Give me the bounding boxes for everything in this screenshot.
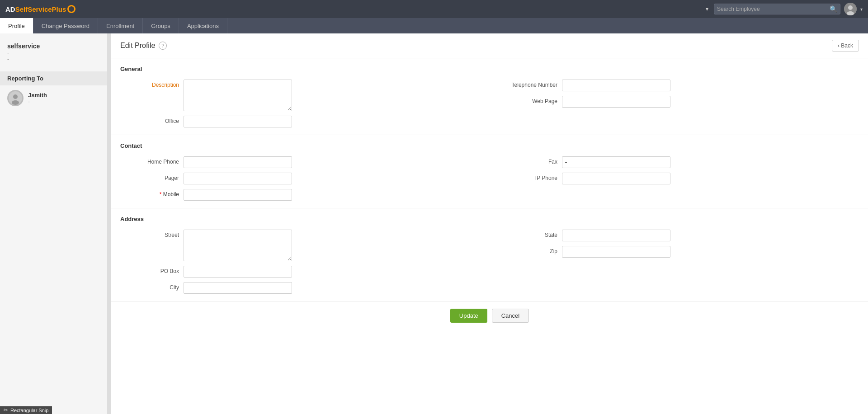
row-description: Description	[120, 80, 481, 111]
street-label: Street	[120, 230, 179, 238]
update-button[interactable]: Update	[450, 309, 487, 323]
right-col-general: Telephone Number Web Page	[499, 80, 859, 127]
mobile-input[interactable]	[184, 189, 292, 201]
row-mobile: * Mobile	[120, 189, 481, 201]
row-po-box: PO Box	[120, 266, 481, 278]
logo-text-ad: AD	[5, 5, 15, 13]
right-col-contact: Fax IP Phone	[499, 156, 859, 201]
office-label: Office	[120, 116, 179, 124]
cancel-button[interactable]: Cancel	[492, 309, 529, 323]
home-phone-input[interactable]	[184, 156, 292, 168]
form-actions: Update Cancel	[111, 301, 868, 330]
person-avatar	[7, 90, 24, 106]
search-dropdown-arrow[interactable]: ▾	[706, 6, 708, 12]
fax-label: Fax	[499, 156, 557, 165]
logo-arc-icon	[67, 5, 75, 13]
row-city: City	[120, 282, 481, 294]
search-input[interactable]	[717, 6, 830, 12]
logo-text-plus: Plus	[52, 5, 66, 13]
pager-input[interactable]	[184, 173, 292, 184]
description-label: Description	[120, 80, 179, 88]
tab-bar: Profile Change Password Enrollment Group…	[0, 18, 868, 33]
sidebar-person: Jsmith -	[0, 85, 107, 111]
section-address: Address Street PO Box City	[111, 208, 868, 301]
mobile-label: * Mobile	[120, 189, 179, 198]
telephone-input[interactable]	[562, 80, 670, 91]
description-textarea[interactable]	[184, 80, 292, 111]
content-area: Edit Profile ? ‹ Back General Descriptio…	[111, 33, 868, 414]
city-label: City	[120, 282, 179, 291]
app-header: ADSelfService Plus ▾ 🔍 ▾	[0, 0, 868, 18]
section-contact: Contact Home Phone Pager * Mobile	[111, 135, 868, 208]
app-logo: ADSelfService Plus	[5, 5, 75, 13]
home-phone-label: Home Phone	[120, 156, 179, 165]
back-button[interactable]: ‹ Back	[832, 40, 859, 52]
webpage-input[interactable]	[562, 96, 670, 108]
city-input[interactable]	[184, 282, 292, 294]
sidebar-dash2: -	[7, 56, 100, 62]
page-title: Edit Profile	[120, 42, 155, 50]
row-zip: Zip	[499, 246, 859, 258]
tab-change-password[interactable]: Change Password	[33, 18, 98, 33]
snip-icon: ✂	[4, 407, 8, 413]
po-box-input[interactable]	[184, 266, 292, 278]
row-office: Office	[120, 116, 481, 127]
tab-profile[interactable]: Profile	[0, 18, 33, 33]
svg-point-4	[13, 94, 18, 99]
sidebar-resizer[interactable]	[108, 33, 111, 414]
search-box: 🔍	[714, 4, 840, 14]
tab-applications[interactable]: Applications	[179, 18, 227, 33]
row-home-phone: Home Phone	[120, 156, 481, 168]
svg-point-5	[12, 100, 19, 105]
form-grid-address: Street PO Box City State	[120, 230, 859, 294]
snip-label: Rectangular Snip	[10, 408, 48, 413]
main-layout: selfservice - - Reporting To Jsmith -	[0, 33, 868, 414]
left-col-contact: Home Phone Pager * Mobile	[120, 156, 481, 201]
zip-input[interactable]	[562, 246, 670, 258]
person-info: Jsmith -	[28, 92, 100, 105]
section-general-title: General	[120, 66, 859, 72]
header-right: ▾ 🔍 ▾	[706, 3, 863, 15]
help-icon[interactable]: ?	[159, 42, 167, 50]
snip-hint: ✂ Rectangular Snip	[0, 406, 52, 414]
section-general: General Description Office Te	[111, 58, 868, 135]
tab-enrollment[interactable]: Enrollment	[98, 18, 143, 33]
svg-point-1	[848, 5, 853, 10]
edit-profile-title: Edit Profile ?	[120, 42, 167, 50]
state-label: State	[499, 230, 557, 238]
sidebar-reporting-label: Reporting To	[0, 71, 107, 85]
user-dropdown-arrow[interactable]: ▾	[860, 7, 863, 12]
logo-text-self: SelfService	[15, 5, 52, 13]
sidebar-dash1: -	[7, 50, 100, 56]
user-avatar[interactable]	[844, 3, 857, 15]
po-box-label: PO Box	[120, 266, 179, 274]
left-col-address: Street PO Box City	[120, 230, 481, 294]
sidebar: selfservice - - Reporting To Jsmith -	[0, 33, 108, 414]
search-button[interactable]: 🔍	[830, 5, 837, 13]
form-grid-contact: Home Phone Pager * Mobile	[120, 156, 859, 201]
webpage-label: Web Page	[499, 96, 557, 104]
person-sub: -	[28, 99, 100, 105]
fax-input[interactable]	[562, 156, 670, 168]
office-input[interactable]	[184, 116, 292, 127]
row-ip-phone: IP Phone	[499, 173, 859, 184]
row-telephone: Telephone Number	[499, 80, 859, 91]
row-street: Street	[120, 230, 481, 261]
section-contact-title: Contact	[120, 142, 859, 149]
edit-profile-header: Edit Profile ? ‹ Back	[111, 33, 868, 58]
ip-phone-input[interactable]	[562, 173, 670, 184]
left-col-general: Description Office	[120, 80, 481, 127]
telephone-label: Telephone Number	[499, 80, 557, 88]
tab-groups[interactable]: Groups	[143, 18, 179, 33]
row-pager: Pager	[120, 173, 481, 184]
person-name: Jsmith	[28, 92, 100, 99]
row-state: State	[499, 230, 859, 241]
pager-label: Pager	[120, 173, 179, 181]
section-address-title: Address	[120, 216, 859, 222]
sidebar-user: selfservice - -	[0, 33, 107, 67]
form-grid-general: Description Office Telephone Number	[120, 80, 859, 127]
state-input[interactable]	[562, 230, 670, 241]
street-textarea[interactable]	[184, 230, 292, 261]
row-webpage: Web Page	[499, 96, 859, 108]
sidebar-username: selfservice	[7, 42, 100, 50]
